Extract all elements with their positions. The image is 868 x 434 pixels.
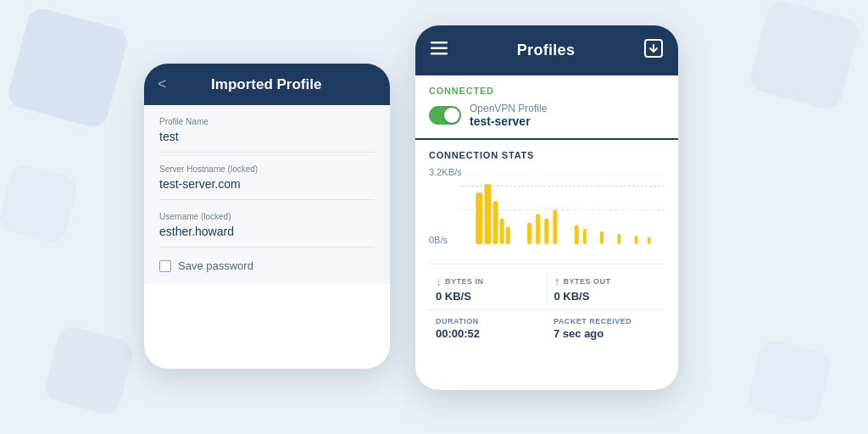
save-password-row: Save password (159, 259, 375, 272)
svg-rect-8 (484, 184, 491, 244)
chart-max-label: 3.2KB/s (429, 167, 462, 177)
duration-label: DURATION (436, 317, 540, 326)
chart-svg (459, 175, 665, 244)
chart-container: 3.2KB/s (429, 167, 665, 260)
connected-section: CONNECTED OpenVPN Profile test-server (415, 75, 678, 140)
svg-rect-1 (431, 47, 448, 50)
profile-name-field: Profile Name test (159, 117, 375, 153)
profile-row: OpenVPN Profile test-server (429, 103, 665, 128)
svg-rect-19 (617, 234, 620, 244)
duration-value: 00:00:52 (436, 327, 540, 340)
svg-rect-17 (583, 229, 587, 244)
svg-rect-14 (544, 219, 548, 244)
svg-rect-20 (635, 236, 638, 244)
packet-received-label: PACKET RECEIVED (554, 317, 658, 326)
server-hostname-value: test-server.com (159, 177, 375, 191)
bytes-out-label-row: ↑ BYTES OUT (554, 275, 659, 288)
bytes-stats-row: ↓ BYTES IN 0 KB/S ↑ BYTES OUT 0 KB/S (429, 264, 665, 306)
svg-rect-13 (536, 214, 540, 244)
bytes-in-stat: ↓ BYTES IN 0 KB/S (429, 271, 547, 306)
profile-info: OpenVPN Profile test-server (470, 103, 665, 128)
stats-title: CONNECTION STATS (429, 150, 665, 160)
imported-profile-title: Imported Profile (177, 76, 376, 93)
bytes-in-label-row: ↓ BYTES IN (436, 275, 540, 288)
imported-profile-phone: < Imported Profile Profile Name test Ser… (144, 64, 390, 369)
bytes-out-stat: ↑ BYTES OUT 0 KB/S (547, 271, 665, 306)
svg-rect-9 (493, 201, 498, 244)
phone-left-content: Profile Name test Server Hostname (locke… (144, 105, 390, 284)
back-button[interactable]: < (158, 75, 167, 93)
profiles-title: Profiles (517, 42, 575, 59)
svg-rect-18 (600, 231, 604, 244)
duration-stat: DURATION 00:00:52 (429, 315, 547, 342)
username-value: esther.howard (159, 225, 375, 238)
svg-rect-2 (431, 53, 448, 55)
stats-section: CONNECTION STATS 3.2KB/s (415, 140, 678, 348)
chart-min-label: 0B/s (429, 235, 448, 245)
phone-left-header: < Imported Profile (144, 64, 390, 105)
bytes-in-value: 0 KB/S (436, 290, 540, 303)
save-password-checkbox[interactable] (159, 260, 171, 272)
svg-rect-15 (553, 210, 557, 245)
svg-rect-16 (575, 225, 579, 244)
bytes-out-icon: ↑ (554, 275, 560, 288)
connected-label: CONNECTED (429, 86, 665, 96)
profile-server: test-server (470, 114, 665, 128)
packet-received-value: 7 sec ago (554, 327, 658, 340)
duration-stats-row: DURATION 00:00:52 PACKET RECEIVED 7 sec … (429, 309, 665, 348)
save-password-label: Save password (178, 259, 253, 272)
menu-icon[interactable] (431, 42, 448, 59)
bytes-out-value: 0 KB/S (554, 290, 659, 303)
svg-rect-0 (431, 42, 448, 44)
phone-right-header: Profiles (415, 25, 678, 75)
phone-right-content: CONNECTED OpenVPN Profile test-server CO… (415, 75, 678, 348)
profile-name-value: test (159, 130, 375, 143)
profiles-phone: Profiles CONNECTED OpenVPN Profile test-… (415, 25, 678, 390)
profile-name-main: OpenVPN Profile (470, 103, 665, 114)
svg-rect-12 (527, 223, 531, 244)
bytes-out-label: BYTES OUT (564, 277, 611, 286)
profile-name-label: Profile Name (159, 117, 375, 126)
import-icon[interactable] (644, 39, 663, 62)
bytes-in-label: BYTES IN (445, 277, 484, 286)
svg-rect-7 (476, 192, 482, 244)
server-hostname-label: Server Hostname (locked) (159, 164, 375, 174)
bytes-in-icon: ↓ (436, 275, 442, 288)
packet-received-stat: PACKET RECEIVED 7 sec ago (547, 315, 665, 342)
server-hostname-field: Server Hostname (locked) test-server.com (159, 164, 375, 200)
svg-rect-21 (648, 237, 651, 244)
phones-container: < Imported Profile Profile Name test Ser… (0, 0, 868, 434)
username-field: Username (locked) esther.howard (159, 212, 375, 248)
svg-rect-11 (506, 227, 510, 244)
vpn-toggle[interactable] (429, 106, 461, 125)
username-label: Username (locked) (159, 212, 375, 221)
svg-rect-10 (500, 219, 504, 244)
